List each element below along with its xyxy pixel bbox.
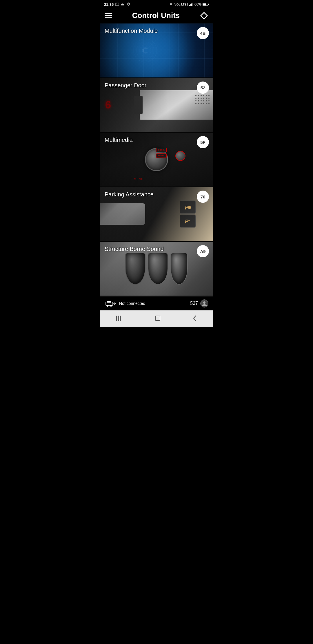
svg-point-3 [128, 3, 129, 4]
cloud-icon [121, 3, 125, 6]
connection-number: 537 [190, 301, 198, 306]
time-display: 21:35 [104, 2, 114, 7]
hamburger-line-1 [105, 13, 112, 14]
signal-label: VOL LTE1 [174, 3, 188, 6]
card-label-parking: Parking Assistance [105, 191, 154, 198]
sort-diamond-icon [200, 12, 208, 20]
sort-button[interactable] [200, 11, 208, 20]
svg-rect-5 [189, 5, 190, 6]
home-icon [155, 315, 161, 321]
back-icon [193, 315, 197, 321]
card-badge-multimedia: 5F [197, 136, 209, 148]
recent-apps-icon [116, 316, 123, 321]
card-parking-assistance[interactable]: P ⬤ P A Parking Assistance 76 [100, 187, 213, 242]
image-icon [115, 3, 119, 6]
battery-percentage: 66% [194, 2, 201, 6]
car-connection-icon [105, 300, 116, 307]
wifi-icon [169, 3, 173, 6]
status-right: VOL LTE1 66% [169, 2, 209, 6]
not-connected-label: Not connected [119, 301, 145, 306]
svg-rect-7 [191, 3, 192, 6]
home-button[interactable] [149, 314, 166, 322]
svg-rect-0 [115, 3, 119, 6]
svg-rect-45 [118, 316, 119, 321]
hamburger-line-2 [105, 15, 112, 16]
svg-rect-46 [120, 316, 121, 321]
battery-icon [203, 3, 209, 6]
card-multimedia[interactable]: RADIO MEDIA MENU Multimedia 5F [100, 133, 213, 187]
svg-rect-37 [107, 301, 111, 303]
navigation-bar [100, 310, 213, 327]
user-avatar[interactable] [200, 299, 208, 307]
back-button[interactable] [187, 314, 203, 323]
bottom-status-bar: Not connected 537 [100, 296, 213, 310]
connection-right: 537 [190, 299, 208, 307]
card-label-passenger: Passenger Door [105, 82, 147, 89]
svg-rect-8 [192, 3, 193, 6]
card-badge-parking: 76 [197, 191, 209, 203]
connection-status: Not connected [105, 300, 145, 307]
svg-rect-10 [208, 4, 209, 5]
card-structure-borne-sound[interactable]: Structure Borne Sound A9 [100, 242, 213, 296]
hamburger-menu-button[interactable] [105, 13, 112, 18]
svg-rect-6 [190, 4, 191, 6]
location-icon [127, 2, 130, 6]
card-label-multifunction: Multifunction Module [105, 28, 158, 34]
card-multifunction-module[interactable]: Multifunction Module 4B [100, 23, 213, 78]
cards-list: Multifunction Module 4B 6 Passenger Door… [100, 23, 213, 296]
card-badge-multifunction: 4B [197, 27, 209, 39]
status-left: 21:35 [104, 2, 130, 7]
page-title: Control Units [132, 11, 180, 20]
card-label-multimedia: Multimedia [105, 137, 133, 143]
hamburger-line-3 [105, 17, 112, 18]
svg-rect-47 [155, 316, 160, 321]
signal-bars-icon [189, 3, 193, 6]
app-header: Control Units [100, 8, 213, 23]
svg-rect-44 [116, 316, 117, 321]
svg-point-43 [203, 301, 205, 304]
svg-point-39 [110, 305, 112, 307]
card-label-structure: Structure Borne Sound [105, 246, 163, 252]
recent-apps-button[interactable] [110, 314, 128, 322]
svg-rect-11 [203, 3, 206, 6]
card-badge-passenger: 52 [197, 82, 209, 94]
card-passenger-door[interactable]: 6 Passenger Door 52 [100, 78, 213, 133]
svg-point-38 [107, 305, 108, 307]
card-badge-structure: A9 [197, 245, 209, 257]
status-bar: 21:35 VOL LTE1 66% [100, 0, 213, 8]
